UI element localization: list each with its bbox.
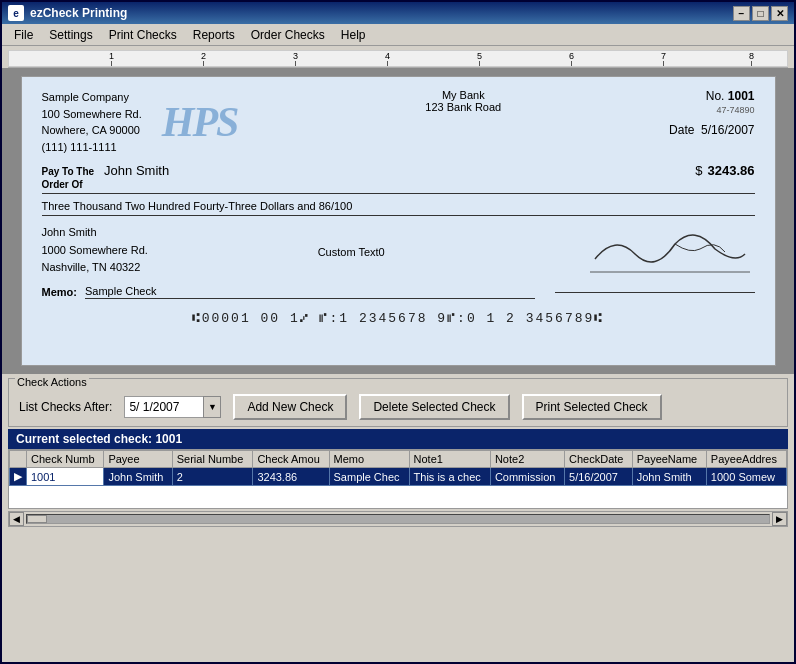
check-actions-row: List Checks After: ▼ Add New Check Delet… <box>19 394 777 420</box>
table-row[interactable]: ▶ 1001 John Smith 2 3243.86 Sample Chec … <box>10 468 787 486</box>
row-note2: Commission <box>490 468 564 486</box>
window-controls: − □ ✕ <box>733 6 788 21</box>
scroll-right-button[interactable]: ▶ <box>772 512 787 526</box>
memo-label: Memo: <box>42 286 77 298</box>
row-note1: This is a chec <box>409 468 490 486</box>
menu-file[interactable]: File <box>6 26 41 44</box>
col-note2: Note2 <box>490 451 564 468</box>
minimize-button[interactable]: − <box>733 6 750 21</box>
ruler: 1 2 3 4 5 6 7 8 <box>8 50 788 68</box>
signature-line <box>555 292 755 293</box>
col-payee-addr: PayeeAddres <box>706 451 786 468</box>
row-payee-addr: 1000 Somew <box>706 468 786 486</box>
checks-table: Check Numb Payee Serial Numbe Check Amou… <box>9 450 787 486</box>
payee-address: John Smith 1000 Somewhere Rd. Nashville,… <box>42 224 148 277</box>
menu-settings[interactable]: Settings <box>41 26 100 44</box>
col-memo: Memo <box>329 451 409 468</box>
check-display: Sample Company 100 Somewhere Rd. Nowhere… <box>21 76 776 366</box>
company-address1: 100 Somewhere Rd. <box>42 106 142 123</box>
pay-to-label: Pay To TheOrder Of <box>42 165 95 191</box>
payee-name: John Smith <box>104 163 685 181</box>
payee-addr-street: 1000 Somewhere Rd. <box>42 242 148 260</box>
payee-addr-city: Nashville, TN 40322 <box>42 259 148 277</box>
main-content: 1 2 3 4 5 6 7 8 Sample Company 100 Somew… <box>2 46 794 662</box>
col-payee: Payee <box>104 451 172 468</box>
col-check-num: Check Numb <box>27 451 104 468</box>
scroll-thumb[interactable] <box>27 515 47 523</box>
date-dropdown-button[interactable]: ▼ <box>203 396 221 418</box>
scroll-left-button[interactable]: ◀ <box>9 512 24 526</box>
maximize-button[interactable]: □ <box>752 6 769 21</box>
list-after-date-input[interactable] <box>124 396 204 418</box>
row-payee: John Smith <box>104 468 172 486</box>
col-arrow <box>10 451 27 468</box>
row-memo: Sample Chec <box>329 468 409 486</box>
company-address2: Nowhere, CA 90000 <box>42 122 142 139</box>
bank-address: 123 Bank Road <box>425 101 501 113</box>
check-date-row: Date 5/16/2007 <box>669 123 754 137</box>
routing-number: 47-74890 <box>669 105 754 115</box>
bank-info-wrapper: My Bank 123 Bank Road <box>257 89 669 113</box>
date-input-wrapper: ▼ <box>124 396 221 418</box>
check-number: No. 1001 <box>669 89 754 103</box>
check-middle: John Smith 1000 Somewhere Rd. Nashville,… <box>42 224 755 279</box>
table-header-row: Check Numb Payee Serial Numbe Check Amou… <box>10 451 787 468</box>
custom-text: Custom Text0 <box>318 246 385 258</box>
check-actions-title: Check Actions <box>15 376 89 388</box>
menu-order-checks[interactable]: Order Checks <box>243 26 333 44</box>
window-title: ezCheck Printing <box>30 6 733 20</box>
horizontal-scrollbar[interactable]: ◀ ▶ <box>8 511 788 527</box>
main-window: e ezCheck Printing − □ ✕ File Settings P… <box>0 0 796 664</box>
delete-selected-check-button[interactable]: Delete Selected Check <box>359 394 509 420</box>
menu-bar: File Settings Print Checks Reports Order… <box>2 24 794 46</box>
checks-table-container[interactable]: Check Numb Payee Serial Numbe Check Amou… <box>8 449 788 509</box>
col-payee-name: PayeeName <box>632 451 706 468</box>
row-check-num: 1001 <box>27 468 104 486</box>
print-selected-check-button[interactable]: Print Selected Check <box>522 394 662 420</box>
dollar-sign: $ <box>695 163 702 178</box>
check-actions-panel: Check Actions List Checks After: ▼ Add N… <box>8 378 788 427</box>
memo-text: Sample Check <box>85 285 535 299</box>
app-icon: e <box>8 5 24 21</box>
check-top-row: Sample Company 100 Somewhere Rd. Nowhere… <box>42 89 755 155</box>
check-number-area: No. 1001 47-74890 Date 5/16/2007 <box>669 89 754 137</box>
row-serial: 2 <box>172 468 253 486</box>
menu-reports[interactable]: Reports <box>185 26 243 44</box>
col-date: CheckDate <box>565 451 633 468</box>
company-info: Sample Company 100 Somewhere Rd. Nowhere… <box>42 89 142 155</box>
row-date: 5/16/2007 <box>565 468 633 486</box>
amount-row: $ 3243.86 <box>695 163 754 178</box>
signature-area <box>555 224 755 279</box>
check-amount: 3243.86 <box>708 163 755 178</box>
ruler-track: 1 2 3 4 5 6 7 8 <box>8 50 788 67</box>
col-serial: Serial Numbe <box>172 451 253 468</box>
list-checks-label: List Checks After: <box>19 400 112 414</box>
company-name: Sample Company <box>42 89 142 106</box>
company-phone: (111) 111-1111 <box>42 139 142 156</box>
amount-words: Three Thousand Two Hundred Fourty-Three … <box>42 200 755 216</box>
row-arrow-cell: ▶ <box>10 468 27 486</box>
pay-to-row: Pay To TheOrder Of John Smith $ 3243.86 <box>42 163 755 194</box>
bank-name: My Bank <box>442 89 485 101</box>
check-preview-area: Sample Company 100 Somewhere Rd. Nowhere… <box>2 68 794 374</box>
micr-line: ⑆00001 00 1⑇ ⑈:1 2345678 9⑈:0 1 2 345678… <box>42 311 755 326</box>
selected-check-bar: Current selected check: 1001 <box>8 429 788 449</box>
title-bar: e ezCheck Printing − □ ✕ <box>2 2 794 24</box>
signature-image <box>575 224 755 279</box>
close-button[interactable]: ✕ <box>771 6 788 21</box>
col-amount: Check Amou <box>253 451 329 468</box>
row-payee-name: John Smith <box>632 468 706 486</box>
add-new-check-button[interactable]: Add New Check <box>233 394 347 420</box>
row-amount: 3243.86 <box>253 468 329 486</box>
memo-row: Memo: Sample Check <box>42 285 755 299</box>
company-logo: HPS <box>162 98 238 146</box>
menu-print-checks[interactable]: Print Checks <box>101 26 185 44</box>
col-note1: Note1 <box>409 451 490 468</box>
payee-addr-name: John Smith <box>42 224 148 242</box>
menu-help[interactable]: Help <box>333 26 374 44</box>
scroll-track[interactable] <box>26 514 770 524</box>
